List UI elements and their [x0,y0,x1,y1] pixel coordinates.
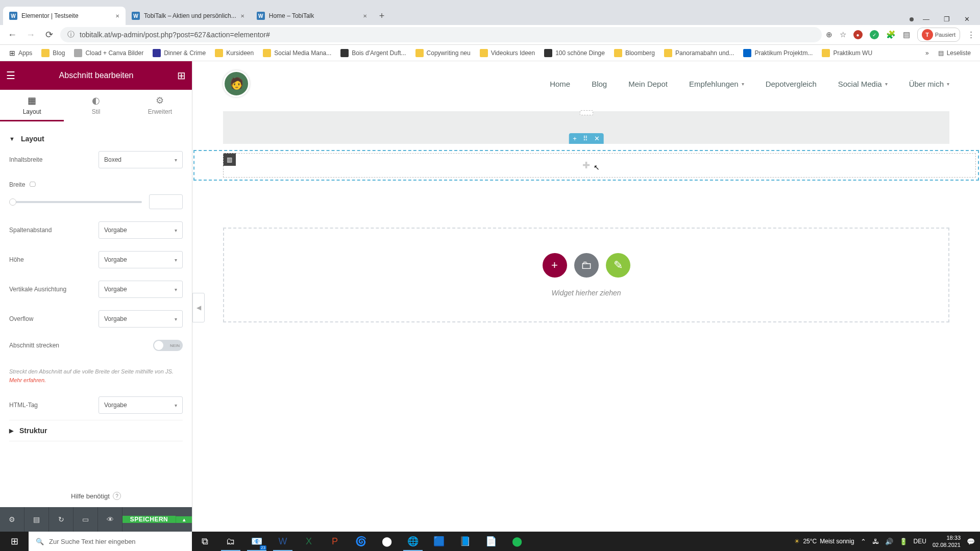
hint-link[interactable]: Mehr erfahren. [9,377,46,383]
bookmark-item[interactable]: Social Media Mana... [259,47,335,59]
preview-button[interactable]: 👁 [98,507,122,532]
taskbar-search[interactable]: 🔍 Zur Suche Text hier eingeben [29,532,192,551]
nav-home[interactable]: Home [550,80,570,88]
bookmark-item[interactable]: 100 schöne Dinge [540,47,609,59]
task-view-icon[interactable]: ⧉ [192,532,217,551]
hamburger-menu-icon[interactable]: ☰ [6,69,15,82]
select-spaltenabstand[interactable]: Vorgabe ▾ [99,221,183,239]
accordion-layout[interactable]: ▼ Layout [9,135,183,143]
notepad-icon[interactable]: 📄 [478,532,504,551]
select-overflow[interactable]: Vorgabe ▾ [99,310,183,328]
new-tab-button[interactable]: + [373,7,391,25]
slider-thumb[interactable] [9,198,16,206]
site-logo[interactable]: 🧑 [223,70,250,97]
word-icon[interactable]: W [270,532,296,551]
menu-icon[interactable]: ⋮ [967,30,975,39]
mail-icon[interactable]: 📧23 [244,532,270,551]
spotify-icon[interactable]: ⬤ [504,532,530,551]
add-widget-icon[interactable]: ✚ [582,160,590,171]
edge-icon[interactable]: 🟦 [426,532,452,551]
nav-ueber-mich[interactable]: Über mich▾ [909,80,949,88]
slider-breite[interactable] [9,201,142,203]
reading-list-icon[interactable]: ▤ [903,30,910,39]
file-explorer-icon[interactable]: 🗂 [218,532,243,551]
tab-advanced[interactable]: ⚙ Erweitert [128,90,192,121]
extension-icon[interactable]: ✓ [870,30,879,39]
bookmark-item[interactable]: Praktikum Projektm... [739,47,817,59]
bookmark-item[interactable]: Bloomberg [610,47,659,59]
bookmark-item[interactable]: Kursideen [211,47,258,59]
chrome-icon[interactable]: 🌐 [400,532,426,551]
bookmark-item[interactable]: Praktikum WU [818,47,876,59]
nav-depotvergleich[interactable]: Depotvergleich [766,80,817,88]
reading-list-button[interactable]: ▤Leseliste [934,47,975,59]
app-icon[interactable]: 🌀 [348,532,374,551]
tab-close-icon[interactable]: ✕ [363,13,367,19]
excel-icon[interactable]: X [296,532,322,551]
nav-depot[interactable]: Mein Depot [628,80,668,88]
desktop-icon[interactable]: 🖵 [29,181,36,188]
bookmark-item[interactable]: Copywriting neu [411,47,475,59]
browser-tab[interactable]: W TobiTalk – Aktien und persönlich... ✕ [126,7,251,25]
add-section-button[interactable]: + [543,253,567,278]
save-options-button[interactable]: ▴ [176,516,192,523]
add-section-icon[interactable]: + [573,135,577,142]
zoom-icon[interactable]: ⊕ [826,30,832,39]
back-button[interactable]: ← [5,30,19,40]
panel-collapse-button[interactable]: ◀ [192,293,205,322]
battery-icon[interactable]: 🔋 [899,538,908,545]
network-icon[interactable]: 🖧 [872,538,879,545]
select-inhaltsbreite[interactable]: Boxed ▾ [99,151,183,168]
reload-button[interactable]: ⟳ [42,29,56,40]
nav-blog[interactable]: Blog [592,80,607,88]
help-button[interactable]: Hilfe benötigt ? [0,485,192,507]
bookmark-item[interactable]: Blog [37,47,69,59]
section-handle[interactable] [580,110,593,115]
drag-handle-icon[interactable]: ⠿ [583,135,588,142]
clock[interactable]: 18:33 02.08.2021 [933,534,961,549]
profile-status[interactable]: T Pausiert [917,28,960,42]
bookmark-item[interactable]: Panoramabahn und... [660,47,738,59]
tray-chevron-icon[interactable]: ⌃ [861,538,866,545]
nav-social[interactable]: Social Media▾ [838,80,888,88]
delete-section-icon[interactable]: ✕ [594,135,600,142]
browser-tab-active[interactable]: W Elementor | Testseite ✕ [3,7,126,25]
column-edit-icon[interactable]: ▥ [223,153,236,166]
powerpoint-icon[interactable]: P [322,532,348,551]
extensions-icon[interactable]: 🧩 [886,30,896,39]
language-indicator[interactable]: DEU [914,538,926,545]
bookmark-star-icon[interactable]: ☆ [840,30,846,39]
settings-button[interactable]: ⚙ [0,507,24,532]
toggle-abschnitt-strecken[interactable]: NEIN [153,340,183,351]
obs-icon[interactable]: ⬤ [374,532,400,551]
address-bar[interactable]: ⓘ tobitalk.at/wp-admin/post.php?post=627… [60,27,822,42]
tab-close-icon[interactable]: ✕ [115,13,119,19]
input-breite-value[interactable] [149,194,183,209]
window-restore-icon[interactable]: ❐ [939,13,955,25]
select-vertikale-ausrichtung[interactable]: Vorgabe ▾ [99,281,183,298]
tab-overflow-icon[interactable] [910,17,914,21]
tab-layout[interactable]: ▦ Layout [0,90,64,121]
template-button[interactable]: 🗀 [574,253,599,278]
extension-icon[interactable]: ● [853,30,863,39]
responsive-button[interactable]: ▭ [74,507,98,532]
notifications-icon[interactable]: 💬 [967,538,975,545]
start-button[interactable]: ⊞ [0,532,29,551]
widgets-grid-icon[interactable]: ⊞ [177,69,186,82]
apps-button[interactable]: ⊞Apps [5,47,36,59]
window-minimize-icon[interactable]: — [918,13,935,25]
window-close-icon[interactable]: ✕ [959,13,975,25]
nav-empfehlungen[interactable]: Empfehlungen▾ [689,80,744,88]
history-button[interactable]: ↻ [49,507,74,532]
weather-icon[interactable]: ☀ [794,538,800,545]
bookmark-overflow-icon[interactable]: » [921,47,933,59]
volume-icon[interactable]: 🔊 [885,538,893,545]
envato-button[interactable]: ✎ [606,253,630,278]
select-hoehe[interactable]: Vorgabe ▾ [99,251,183,268]
selected-section[interactable]: + ⠿ ✕ ▥ ✚ ↖ [193,150,979,181]
bookmark-item[interactable]: Bois d'Argent Duft... [336,47,410,59]
save-button[interactable]: SPEICHERN [122,516,176,523]
bookmark-item[interactable]: Cload + Canva Bilder [70,47,148,59]
accordion-struktur[interactable]: ▶ Struktur [9,427,183,435]
drop-zone[interactable]: + 🗀 ✎ Widget hierher ziehen [223,228,949,322]
